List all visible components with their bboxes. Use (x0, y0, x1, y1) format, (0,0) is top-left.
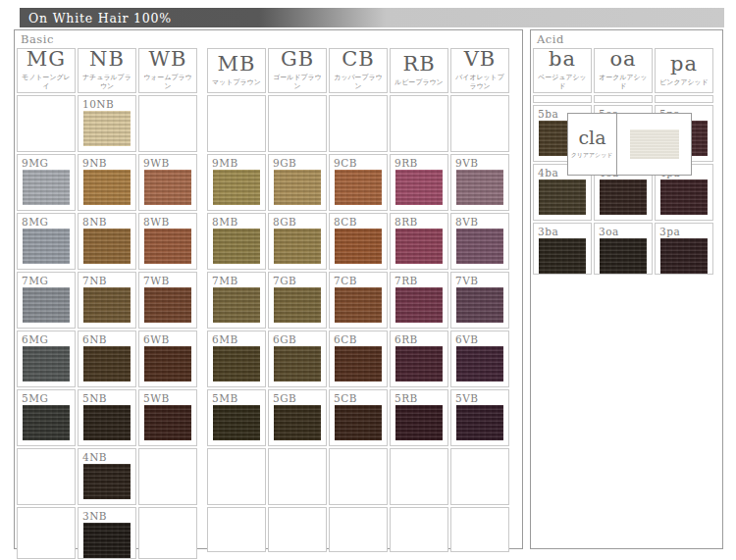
cell-5rb: 5RB (390, 389, 448, 446)
cell-6nb: 6NB (78, 331, 136, 387)
swatch-4ba (539, 179, 586, 215)
cell-4wb (138, 448, 197, 505)
cell-5vb: 5VB (450, 389, 509, 446)
column-header-nb: NBナチュラルブラウン (78, 48, 136, 93)
cell-7nb: 7NB (78, 272, 136, 329)
swatch-label-3ba: 3ba (534, 224, 591, 237)
swatch-label-7vb: 7VB (451, 273, 508, 286)
swatch-6gb (274, 346, 321, 382)
basic-label: Basic (15, 30, 522, 46)
cell-3nb: 3NB (78, 507, 136, 559)
swatch-label-7mg: 7MG (18, 273, 75, 286)
column-header-rb: RBルビーブラウン (390, 48, 448, 93)
column-japanese-name: ベージュアシッド (536, 74, 588, 91)
swatch-label-8nb: 8NB (79, 214, 135, 228)
cell-3ba: 3ba (533, 223, 592, 275)
swatch-label-5gb: 5GB (269, 390, 326, 404)
cell-3mg (17, 507, 76, 559)
swatch-label-9mg: 9MG (18, 155, 75, 169)
cell-4mb (207, 448, 266, 505)
swatch-label-8cb: 8CB (330, 214, 387, 228)
swatch-label-6cb: 6CB (330, 331, 387, 345)
basic-table-group2: MBマットブラウンGBゴールドブラウンCBカッパーブラウンRBルビーブラウンVB… (205, 46, 511, 554)
cell-8wb: 8WB (138, 213, 197, 270)
swatch-5vb (456, 405, 503, 440)
swatch-label-3oa: 3oa (595, 224, 652, 237)
cell-8vb: 8VB (450, 213, 509, 270)
column-header-oa: oaオークルアシッド (594, 48, 653, 93)
column-japanese-name: ウォームブラウン (141, 74, 193, 91)
swatch-7mg (23, 287, 70, 323)
cell-7rb: 7RB (390, 272, 448, 329)
swatch-9cb (335, 170, 382, 205)
cell-4vb (450, 448, 509, 505)
swatch-9wb (144, 170, 191, 205)
swatch-6wb (144, 346, 191, 382)
swatch-8gb (274, 229, 321, 264)
cell-6wb: 6WB (138, 331, 197, 387)
cell-7cb: 7CB (329, 272, 388, 329)
swatch-9vb (456, 170, 503, 205)
cell-3pa: 3pa (655, 223, 713, 275)
column-code: MB (208, 54, 265, 75)
cell-5wb: 5WB (138, 389, 197, 446)
cell-3mb (207, 507, 266, 552)
swatch-label-7cb: 7CB (330, 273, 387, 286)
swatch-5wb (144, 405, 191, 440)
swatch-4oa (600, 179, 647, 215)
swatch-label-8gb: 8GB (269, 214, 326, 228)
cell-5nb: 5NB (78, 389, 136, 446)
swatch-label-6nb: 6NB (79, 331, 135, 345)
swatch-7rb (395, 287, 443, 323)
cell-7gb: 7GB (268, 272, 327, 329)
cell-3gb (268, 507, 327, 552)
cla-box: cla クリアアシッド (567, 113, 692, 176)
acid-panel: Acid baベージュアシッドoaオークルアシッドpaピンクアシッド5ba5oa… (530, 29, 723, 549)
cell-9cb: 9CB (329, 154, 388, 211)
column-japanese-name: モノトーングレイ (20, 74, 72, 91)
cell-10gb (268, 95, 327, 152)
column-header-cb: CBカッパーブラウン (329, 48, 388, 93)
swatch-label-6mg: 6MG (18, 331, 75, 345)
page-title: On White Hair 100% (28, 11, 172, 25)
swatch-label-7wb: 7WB (139, 273, 196, 286)
swatch-label-5nb: 5NB (79, 390, 135, 404)
cell-empty-ba (533, 95, 592, 103)
cell-7mb: 7MB (207, 272, 266, 329)
column-japanese-name: ルビーブラウン (393, 77, 445, 86)
swatch-8wb (144, 229, 191, 264)
cell-10nb: 10NB (78, 95, 136, 152)
column-code: NB (79, 49, 135, 70)
cell-8cb: 8CB (329, 213, 388, 270)
cell-9mg: 9MG (17, 154, 76, 211)
swatch-label-7mb: 7MB (208, 273, 265, 286)
swatch-5nb (83, 405, 131, 440)
swatch-7nb (83, 287, 131, 323)
column-header-pa: paピンクアシッド (655, 48, 713, 93)
swatch-7cb (335, 287, 382, 323)
cell-6mb: 6MB (207, 331, 266, 387)
swatch-label-9wb: 9WB (139, 155, 196, 169)
column-header-ba: baベージュアシッド (533, 48, 592, 93)
swatch-10nb (83, 111, 131, 146)
swatch-label-10nb: 10NB (79, 96, 135, 110)
swatch-label-7nb: 7NB (79, 273, 135, 286)
swatch-label-9cb: 9CB (330, 155, 387, 169)
swatch-8rb (395, 229, 443, 264)
swatch-label-8mg: 8MG (18, 214, 75, 228)
swatch-label-6wb: 6WB (139, 331, 196, 345)
cell-10wb (138, 95, 197, 152)
swatch-label-9gb: 9GB (269, 155, 326, 169)
cell-10vb (450, 95, 509, 152)
cell-10mg (17, 95, 76, 152)
cell-5mg: 5MG (17, 389, 76, 446)
cell-8mb: 8MB (207, 213, 266, 270)
column-code: MG (18, 49, 75, 70)
cell-6cb: 6CB (329, 331, 388, 387)
swatch-7mb (213, 287, 260, 323)
swatch-label-7gb: 7GB (269, 273, 326, 286)
swatch-8vb (456, 229, 503, 264)
swatch-7wb (144, 287, 191, 323)
cell-9rb: 9RB (390, 154, 448, 211)
cell-9nb: 9NB (78, 154, 136, 211)
